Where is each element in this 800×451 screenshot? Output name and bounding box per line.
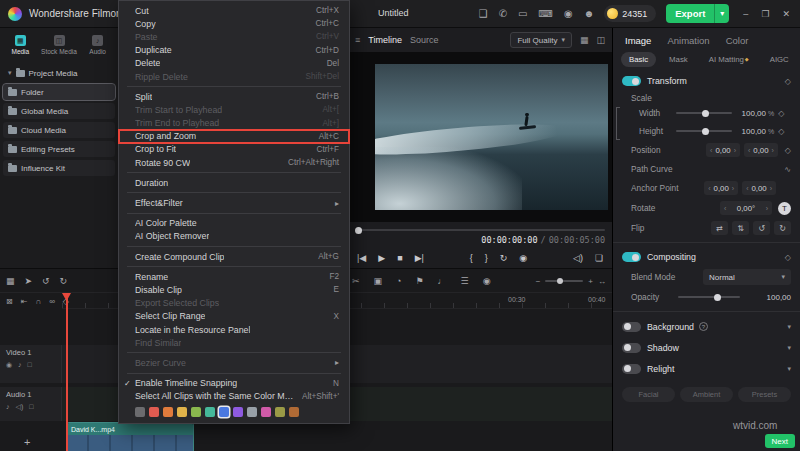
rotate-cw-button[interactable]: ↻ bbox=[774, 221, 791, 235]
menu-item[interactable]: Select Clip RangeX bbox=[119, 310, 349, 323]
media-folder-item[interactable]: Editing Presets bbox=[3, 141, 115, 157]
menu-item[interactable]: AI Color Palette bbox=[119, 217, 349, 230]
maximize-button[interactable]: ❐ bbox=[761, 9, 769, 19]
previous-frame-icon[interactable]: |◀ bbox=[357, 253, 366, 263]
scrubber-handle[interactable] bbox=[355, 227, 362, 234]
track-header[interactable]: Audio 1 ♪◁)□ bbox=[0, 387, 62, 421]
tab-image[interactable]: Image bbox=[625, 35, 651, 46]
color-mark-swatch[interactable] bbox=[149, 407, 159, 417]
menu-item[interactable]: RenameF2 bbox=[119, 270, 349, 283]
subtab-basic[interactable]: Basic bbox=[621, 52, 656, 67]
color-mark-swatch[interactable] bbox=[275, 407, 285, 417]
menu-item[interactable]: Rotate 90 CWCtrl+Alt+Right bbox=[119, 156, 349, 169]
video-frame[interactable] bbox=[375, 64, 608, 210]
speed-icon[interactable]: ◔ bbox=[396, 276, 401, 286]
menu-item[interactable]: DeleteDel bbox=[119, 57, 349, 70]
media-tab-audio[interactable]: ♪Audio bbox=[79, 32, 116, 58]
gift-icon[interactable]: ❑ bbox=[479, 9, 488, 19]
menu-item[interactable]: AI Object Remover bbox=[119, 230, 349, 243]
rotate-mode-badge[interactable]: T bbox=[778, 202, 791, 215]
menu-item[interactable]: Effect&Filter▸ bbox=[119, 196, 349, 209]
media-folder-item[interactable]: Global Media bbox=[3, 103, 115, 119]
increment-icon[interactable]: › bbox=[772, 147, 774, 154]
color-mark-swatch[interactable] bbox=[261, 407, 271, 417]
subtab-mask[interactable]: Mask bbox=[661, 52, 696, 67]
anchor-x-input[interactable]: ‹ 0,00 › bbox=[704, 181, 738, 195]
credits-badge[interactable]: 24351 bbox=[604, 5, 656, 22]
menu-item[interactable]: CopyCtrl+C bbox=[119, 17, 349, 30]
chevron-down-icon[interactable]: ▾ bbox=[787, 365, 791, 373]
mute-icon[interactable]: ♪ bbox=[18, 361, 22, 369]
color-mark-swatch[interactable] bbox=[135, 407, 145, 417]
relight-toggle[interactable] bbox=[622, 364, 641, 374]
stop-icon[interactable]: ■ bbox=[397, 253, 402, 263]
keyframe-diamond-icon[interactable]: ◇ bbox=[785, 253, 791, 262]
notifications-icon[interactable]: ◉ bbox=[564, 9, 573, 19]
width-value[interactable]: 100,00 bbox=[739, 109, 766, 118]
mark-in-icon[interactable]: { bbox=[470, 253, 473, 263]
background-toggle[interactable] bbox=[622, 322, 641, 332]
color-mark-swatch[interactable] bbox=[233, 407, 243, 417]
keyframe-diamond-icon[interactable]: ◇ bbox=[785, 146, 791, 155]
color-mark-swatch[interactable] bbox=[163, 407, 173, 417]
keyboard-shortcuts-icon[interactable]: ⌨ bbox=[539, 9, 553, 19]
razor-icon[interactable]: ✂ bbox=[352, 276, 360, 286]
ambient-button[interactable]: Ambient bbox=[680, 387, 733, 402]
subtab-aigc[interactable]: AIGC bbox=[762, 52, 797, 67]
zoom-slider[interactable] bbox=[545, 280, 583, 282]
crop-icon[interactable]: ▣ bbox=[374, 276, 383, 286]
undo-icon[interactable]: ↺ bbox=[42, 276, 50, 286]
menu-item[interactable]: Select All Clips with the Same Color Mar… bbox=[119, 390, 349, 403]
media-folder-item[interactable]: ▾Project Media bbox=[3, 65, 115, 81]
menu-item[interactable]: Crop to FitCtrl+F bbox=[119, 143, 349, 156]
presets-button[interactable]: Presets bbox=[738, 387, 791, 402]
menu-item[interactable]: Crop and ZoomAlt+C bbox=[119, 130, 349, 143]
chevron-down-icon[interactable]: ▾ bbox=[787, 344, 791, 352]
phone-mirror-icon[interactable]: ✆ bbox=[499, 9, 507, 19]
volume-icon[interactable]: ◁) bbox=[16, 403, 24, 411]
mark-out-icon[interactable]: } bbox=[485, 253, 488, 263]
zoom-in-icon[interactable]: + bbox=[588, 277, 593, 286]
eye-icon[interactable]: ◉ bbox=[6, 361, 12, 369]
quality-selector[interactable]: Full Quality ▾ bbox=[510, 32, 572, 48]
display-icon[interactable]: ▭ bbox=[518, 9, 527, 19]
color-mark-swatch[interactable] bbox=[247, 407, 257, 417]
position-y-input[interactable]: ‹ 0,00 › bbox=[744, 143, 778, 157]
mixer-icon[interactable]: ☰ bbox=[461, 276, 469, 286]
decrement-icon[interactable]: ‹ bbox=[746, 185, 748, 192]
mute-icon[interactable]: ♪ bbox=[6, 403, 10, 411]
lock-icon[interactable]: □ bbox=[29, 403, 33, 411]
opacity-slider[interactable] bbox=[678, 296, 740, 298]
path-curve-icon[interactable]: ∿ bbox=[784, 165, 791, 174]
color-mark-swatch[interactable] bbox=[289, 407, 299, 417]
color-mark-swatch[interactable] bbox=[191, 407, 201, 417]
account-icon[interactable]: ☻ bbox=[584, 9, 595, 19]
height-value[interactable]: 100,00 bbox=[739, 127, 766, 136]
lock-icon[interactable]: □ bbox=[28, 361, 32, 369]
redo-icon[interactable]: ↻ bbox=[60, 276, 68, 286]
increment-icon[interactable]: › bbox=[770, 185, 772, 192]
shadow-toggle[interactable] bbox=[622, 343, 641, 353]
color-mark-swatch[interactable] bbox=[219, 407, 229, 417]
speaker-icon[interactable]: ◁) bbox=[573, 253, 583, 263]
add-track-button[interactable]: + bbox=[24, 436, 30, 448]
panel-toggle-icon[interactable]: ≡ bbox=[355, 35, 360, 45]
keyframe-diamond-icon[interactable]: ◇ bbox=[778, 109, 784, 118]
close-button[interactable]: ✕ bbox=[782, 9, 790, 19]
zoom-fit-icon[interactable]: ↔ bbox=[598, 277, 606, 286]
color-mark-swatch[interactable] bbox=[205, 407, 215, 417]
ripple-delete-icon[interactable]: ⇤ bbox=[21, 297, 28, 306]
scrubber-track[interactable] bbox=[355, 229, 605, 231]
menu-item[interactable]: DuplicateCtrl+D bbox=[119, 44, 349, 57]
subtab-ai-matting[interactable]: AI Matting◆ bbox=[701, 52, 757, 67]
help-icon[interactable]: ? bbox=[699, 322, 708, 331]
delete-icon[interactable]: ⊠ bbox=[6, 297, 13, 306]
rotate-input[interactable]: ‹ 0,00° › bbox=[720, 201, 772, 215]
increment-icon[interactable]: › bbox=[734, 147, 736, 154]
export-caret-icon[interactable]: ▾ bbox=[714, 4, 729, 23]
zoom-out-icon[interactable]: − bbox=[536, 277, 541, 286]
fullscreen-icon[interactable]: ❏ bbox=[595, 253, 603, 263]
media-folder-item[interactable]: Folder bbox=[3, 84, 115, 100]
minimize-button[interactable]: – bbox=[743, 9, 748, 19]
media-folder-item[interactable]: Cloud Media bbox=[3, 122, 115, 138]
